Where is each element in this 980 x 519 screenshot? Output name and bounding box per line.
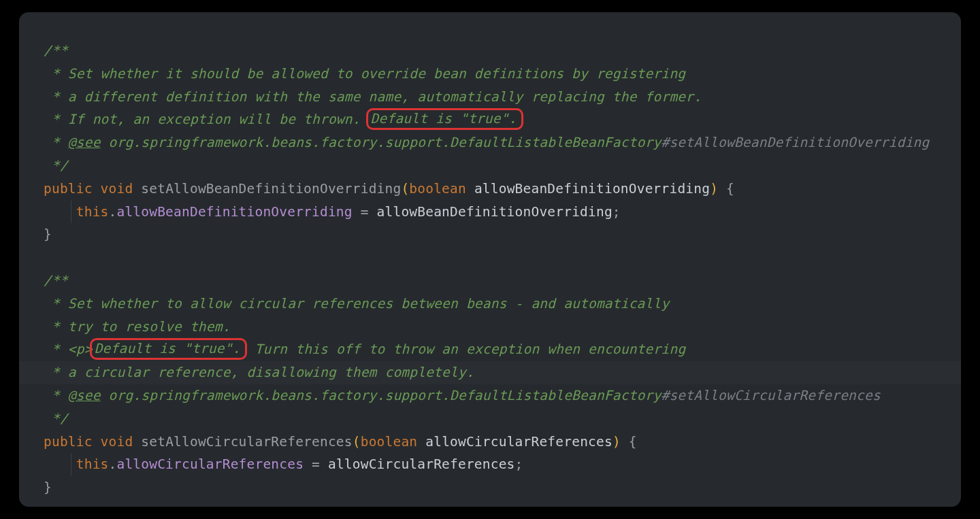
field-name: allowBeanDefinitionOverriding — [116, 204, 352, 220]
param-name: allowCircularReferences — [425, 434, 612, 450]
keyword-boolean: boolean — [361, 434, 418, 450]
javadoc-line: * Set whether it should be allowed to ov… — [44, 66, 685, 82]
identifier: allowCircularReferences — [328, 456, 515, 472]
javadoc-see-anchor: #setAllowCircularReferences — [661, 388, 880, 403]
field-name: allowCircularReferences — [116, 456, 304, 472]
keyword-public: public — [44, 181, 93, 197]
param-name: allowBeanDefinitionOverriding — [474, 181, 710, 197]
javadoc-see-prefix: * — [44, 135, 68, 150]
javadoc-line: Turn this off to throw an exception when… — [247, 341, 686, 357]
keyword-this: this — [76, 204, 109, 220]
paren-close: ) — [612, 434, 621, 450]
code-editor-panel: /** * Set whether it should be allowed t… — [19, 12, 961, 507]
javadoc-see-anchor: #setAllowBeanDefinitionOverriding — [661, 135, 929, 150]
javadoc-line: * try to resolve them. — [44, 319, 231, 335]
keyword-void: void — [101, 181, 133, 197]
brace-open: { — [726, 181, 734, 197]
javadoc-see-class: org.springframework.beans.factory.suppor… — [101, 388, 662, 403]
indent-guide — [71, 201, 71, 224]
source-code[interactable]: /** * Set whether it should be allowed t… — [44, 39, 936, 499]
paren-open: ( — [401, 181, 409, 197]
emphasis-box: Default is "true". — [366, 108, 523, 130]
javadoc-see-class: org.springframework.beans.factory.suppor… — [101, 135, 662, 150]
javadoc-line: * a different definition with the same n… — [44, 89, 702, 105]
keyword-this: this — [76, 456, 109, 472]
keyword-boolean: boolean — [409, 181, 466, 197]
brace-close: } — [44, 227, 52, 242]
keyword-public: public — [44, 434, 93, 450]
javadoc-line: * If not, an exception will be thrown. — [44, 112, 369, 127]
javadoc-see-tag: @see — [68, 388, 101, 403]
assign: = — [353, 204, 377, 220]
javadoc-see-prefix: * — [44, 388, 68, 403]
method-name: setAllowCircularReferences — [141, 434, 352, 450]
indent-guide — [71, 453, 71, 476]
dot: . — [109, 456, 117, 472]
assign: = — [304, 456, 328, 472]
javadoc-open: /** — [44, 43, 68, 58]
javadoc-close: */ — [44, 411, 68, 426]
paren-close: ) — [710, 181, 718, 197]
method-name: setAllowBeanDefinitionOverriding — [141, 181, 401, 197]
javadoc-close: */ — [44, 158, 68, 173]
javadoc-line: * <p> — [44, 341, 93, 357]
dot: . — [109, 204, 117, 220]
brace-open: { — [629, 434, 637, 450]
javadoc-see-tag: @see — [68, 135, 101, 150]
keyword-void: void — [101, 434, 133, 450]
paren-open: ( — [353, 434, 361, 450]
emphasis-box: Default is "true". — [90, 338, 247, 360]
identifier: allowBeanDefinitionOverriding — [377, 204, 612, 220]
javadoc-line: * a circular reference, disallowing them… — [44, 365, 474, 380]
brace-close: } — [44, 480, 52, 495]
javadoc-open: /** — [44, 273, 68, 288]
javadoc-line: * Set whether to allow circular referenc… — [44, 296, 669, 312]
semicolon: ; — [515, 456, 523, 472]
semicolon: ; — [612, 204, 621, 220]
